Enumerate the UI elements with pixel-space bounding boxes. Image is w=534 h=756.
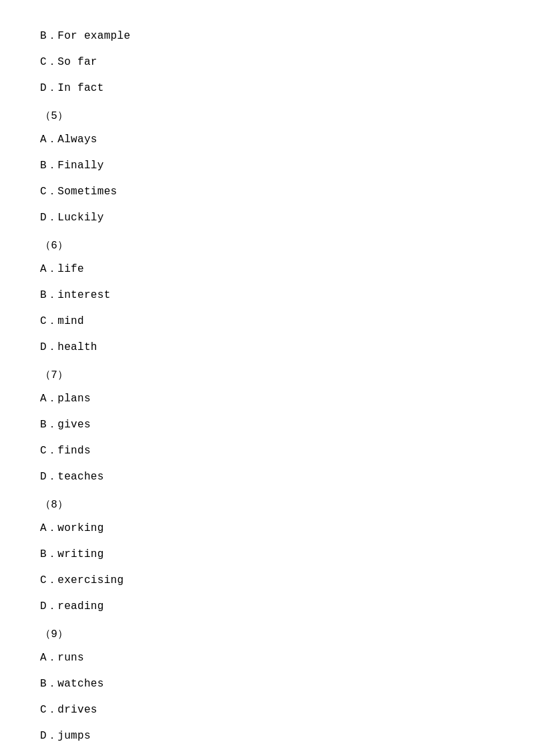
answer-option: A．runs xyxy=(40,648,494,668)
answer-option: C．drives xyxy=(40,701,494,720)
answer-option: A．life xyxy=(40,260,494,279)
answer-option: B．For example xyxy=(40,27,494,46)
answer-option: A．Always xyxy=(40,130,494,150)
answer-option: C．Sometimes xyxy=(40,182,494,202)
main-content: B．For exampleC．So farD．In fact（5）A．Alway… xyxy=(0,0,534,756)
answer-option: B．gives xyxy=(40,415,494,435)
answer-option: D．teaches xyxy=(40,467,494,487)
answer-option: B．Finally xyxy=(40,156,494,176)
answer-option: D．jumps xyxy=(40,727,494,746)
answer-option: D．Luckily xyxy=(40,208,494,228)
answer-option: C．So far xyxy=(40,53,494,72)
question-number: （5） xyxy=(40,107,494,126)
answer-option: A．plans xyxy=(40,389,494,409)
answer-option: C．mind xyxy=(40,312,494,331)
answer-option: D．In fact xyxy=(40,79,494,98)
answer-option: B．interest xyxy=(40,286,494,305)
answer-option: C．exercising xyxy=(40,571,494,590)
answer-option: B．writing xyxy=(40,545,494,564)
question-number: （6） xyxy=(40,236,494,256)
question-number: （7） xyxy=(40,366,494,385)
question-number: （8） xyxy=(40,496,494,515)
answer-option: D．health xyxy=(40,338,494,357)
answer-option: B．watches xyxy=(40,675,494,694)
answer-option: D．reading xyxy=(40,597,494,616)
question-number: （9） xyxy=(40,625,494,644)
answer-option: A．working xyxy=(40,519,494,538)
answer-option: C．finds xyxy=(40,441,494,461)
